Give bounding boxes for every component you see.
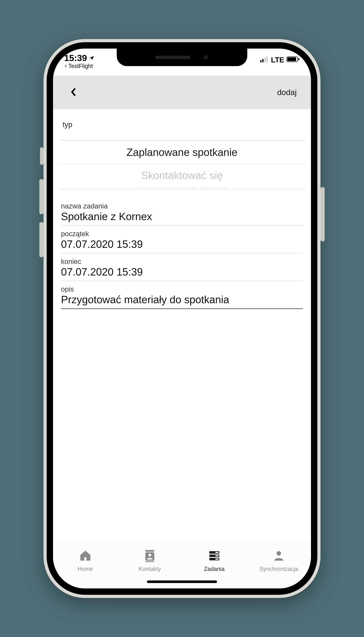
notch	[117, 48, 247, 66]
description-field[interactable]: opis Przygotować materiały do spotkania	[61, 281, 303, 309]
home-indicator[interactable]	[147, 580, 217, 583]
description-label: opis	[61, 285, 303, 293]
task-name-value: Spotkanie z Kornex	[61, 210, 303, 222]
tab-tasks[interactable]: Zadania	[182, 542, 246, 579]
add-button[interactable]: dodaj	[277, 88, 297, 97]
svg-rect-1	[262, 59, 264, 62]
picker-selected[interactable]: Zaplanowane spotkanie	[60, 140, 304, 164]
svg-rect-16	[216, 558, 218, 560]
back-to-app[interactable]: TestFlight	[64, 63, 94, 69]
svg-rect-5	[287, 57, 296, 61]
tab-contacts[interactable]: Kontakty	[118, 542, 182, 579]
svg-rect-6	[298, 58, 299, 60]
svg-rect-15	[216, 555, 218, 556]
form: nazwa zadania Spotkanie z Kornex począte…	[53, 189, 311, 309]
back-app-label: TestFlight	[68, 63, 93, 69]
tab-label: Home	[78, 566, 93, 572]
end-label: koniec	[61, 258, 303, 266]
tab-home[interactable]: Home	[53, 542, 118, 579]
person-icon	[272, 549, 286, 564]
speaker-grill	[155, 56, 190, 59]
description-value: Przygotować materiały do spotkania	[61, 294, 303, 306]
task-name-field[interactable]: nazwa zadania Spotkanie z Kornex	[61, 198, 303, 226]
start-value: 07.07.2020 15:39	[61, 238, 303, 250]
contacts-icon	[143, 549, 156, 564]
type-picker[interactable]: Zaplanowane spotkanie Skontaktować się P…	[60, 140, 304, 189]
end-value: 07.07.2020 15:39	[61, 266, 303, 278]
tab-label: Synchronizacja	[259, 566, 298, 572]
end-field[interactable]: koniec 07.07.2020 15:39	[61, 253, 303, 281]
signal-icon	[260, 56, 269, 64]
device-frame: 15:39 TestFlight	[44, 39, 320, 598]
picker-option[interactable]: Przygotować ofertę	[60, 186, 304, 189]
tab-sync[interactable]: Synchronizacja	[246, 542, 311, 579]
svg-rect-10	[146, 561, 154, 562]
svg-rect-0	[260, 60, 262, 62]
svg-rect-7	[146, 550, 154, 552]
tab-label: Zadania	[204, 566, 224, 572]
svg-rect-3	[266, 56, 268, 62]
svg-rect-2	[264, 58, 266, 62]
nav-header: dodaj	[53, 76, 311, 109]
volume-down[interactable]	[39, 222, 44, 257]
front-camera	[203, 54, 209, 60]
power-button[interactable]	[320, 187, 325, 241]
picker-option[interactable]: Skontaktować się	[60, 164, 304, 186]
content: typ Zaplanowane spotkanie Skontaktować s…	[53, 109, 311, 542]
home-icon	[79, 549, 92, 564]
tab-label: Kontakty	[138, 566, 161, 572]
status-time: 15:39	[64, 53, 87, 63]
location-icon	[89, 53, 94, 63]
start-field[interactable]: początek 07.07.2020 15:39	[61, 226, 303, 253]
svg-point-17	[276, 551, 281, 556]
task-name-label: nazwa zadania	[61, 202, 303, 210]
mute-switch[interactable]	[40, 147, 44, 165]
screen: 15:39 TestFlight	[53, 48, 311, 588]
type-label: typ	[53, 109, 311, 130]
svg-point-9	[148, 554, 151, 556]
back-button[interactable]	[70, 87, 76, 98]
network-label: LTE	[271, 56, 284, 64]
svg-rect-14	[216, 552, 218, 553]
battery-icon	[286, 56, 300, 64]
start-label: początek	[61, 230, 303, 238]
tasks-icon	[208, 549, 221, 564]
volume-up[interactable]	[39, 179, 44, 214]
